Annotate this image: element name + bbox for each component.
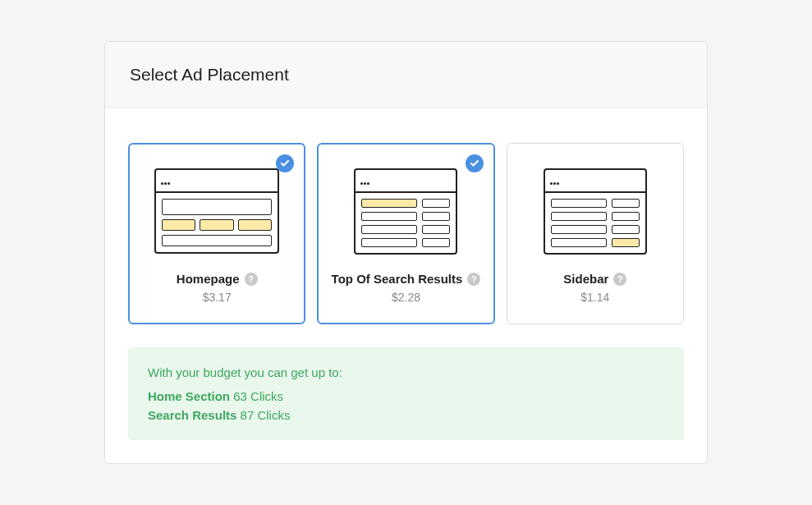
budget-line-home: Home Section 63 Clicks (148, 389, 664, 403)
budget-clicks-value: 87 Clicks (241, 408, 291, 422)
help-icon[interactable]: ? (467, 273, 480, 286)
placement-price: $1.14 (519, 291, 672, 304)
placement-card-sidebar[interactable]: Sidebar ? $1.14 (507, 143, 684, 324)
budget-section-label: Search Results (148, 408, 236, 422)
budget-heading: With your budget you can get up to: (148, 365, 664, 379)
panel-title: Select Ad Placement (130, 65, 682, 85)
check-icon (466, 154, 484, 172)
placement-card-homepage[interactable]: Homepage ? $3.17 (128, 143, 305, 324)
placement-price: $3.17 (140, 291, 293, 304)
placement-title: Top Of Search Results (332, 272, 463, 286)
budget-clicks-value: 63 Clicks (233, 389, 283, 403)
ad-placement-panel: Select Ad Placement (104, 41, 708, 464)
homepage-illustration (140, 162, 293, 260)
placement-price: $2.28 (329, 291, 482, 304)
panel-header: Select Ad Placement (105, 42, 707, 108)
placement-card-search-results[interactable]: Top Of Search Results ? $2.28 (317, 143, 494, 324)
budget-section-label: Home Section (148, 389, 230, 403)
placement-title: Sidebar (563, 272, 608, 286)
budget-summary: With your budget you can get up to: Home… (128, 347, 684, 440)
help-icon[interactable]: ? (613, 273, 626, 286)
search-results-illustration (329, 162, 482, 260)
help-icon[interactable]: ? (245, 273, 258, 286)
panel-body: Homepage ? $3.17 (105, 108, 707, 463)
placement-cards: Homepage ? $3.17 (128, 143, 684, 324)
budget-line-search: Search Results 87 Clicks (148, 408, 664, 422)
placement-title: Homepage (177, 272, 240, 286)
sidebar-illustration (519, 162, 672, 260)
